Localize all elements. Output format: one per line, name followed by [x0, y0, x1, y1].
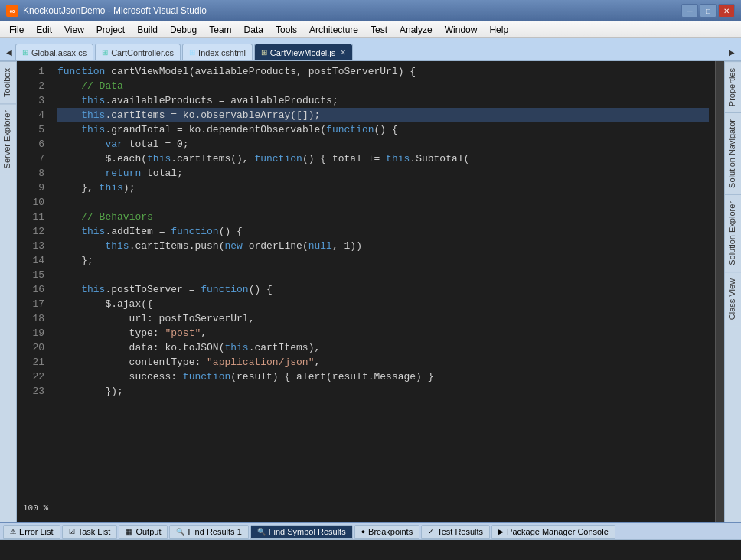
tab-label: CartViewModel.js: [270, 48, 335, 57]
vertical-scrollbar[interactable]: [715, 61, 724, 522]
main-container: ◀⊞Global.asax.cs⊞CartController.cs⊞Index…: [0, 38, 741, 560]
code-line: this.postToServer = function() {: [57, 282, 709, 297]
tab-close-button[interactable]: ✕: [340, 48, 346, 57]
code-line: var total = 0;: [57, 137, 709, 151]
tab-Global-asax-cs[interactable]: ⊞Global.asax.cs: [15, 44, 93, 60]
bottom-tab-label: Error List: [19, 527, 54, 536]
menu-item-project[interactable]: Project: [90, 22, 131, 37]
bottom-panel: ⚠Error List☑Task List▦Output🔍Find Result…: [0, 522, 741, 560]
bottom-tab-find-results-1[interactable]: 🔍Find Results 1: [169, 525, 248, 539]
code-line: return total;: [57, 166, 709, 181]
code-line: [57, 268, 709, 282]
code-content: 1234567891011121314151617181920212223 fu…: [17, 61, 715, 522]
content-area: Toolbox Server Explorer 1234567891011121…: [0, 61, 741, 522]
code-line: }, this);: [57, 181, 709, 195]
right-sidebar: Properties Solution Navigator Solution E…: [724, 61, 741, 522]
menu-bar: FileEditViewProjectBuildDebugTeamDataToo…: [0, 21, 741, 38]
app-icon: ∞: [6, 5, 18, 17]
menu-item-architecture[interactable]: Architecture: [303, 22, 364, 37]
code-editor[interactable]: 1234567891011121314151617181920212223 fu…: [17, 61, 715, 522]
bottom-tab-find-symbol-results[interactable]: 🔍Find Symbol Results: [250, 525, 353, 539]
class-view-panel[interactable]: Class View: [725, 272, 741, 326]
tab-CartViewModel-js[interactable]: ⊞CartViewModel.js✕: [254, 44, 353, 60]
bottom-tab-label: Task List: [78, 527, 111, 536]
window-title: KnockoutJsonDemo - Microsoft Visual Stud…: [23, 5, 681, 16]
code-line: this.availableProducts = availableProduc…: [57, 93, 709, 108]
menu-item-window[interactable]: Window: [439, 22, 484, 37]
code-line: };: [57, 253, 709, 268]
file-icon: ⊞: [189, 48, 195, 57]
tab-label: CartController.cs: [111, 48, 174, 57]
bottom-tab-icon: ▦: [126, 528, 132, 536]
bottom-tab-icon: ✓: [428, 528, 434, 536]
code-line: type: "post",: [57, 326, 709, 340]
window-controls: ─ □ ✕: [681, 4, 735, 18]
menu-item-view[interactable]: View: [58, 22, 90, 37]
bottom-tab-error-list[interactable]: ⚠Error List: [3, 525, 60, 539]
title-bar: ∞ KnockoutJsonDemo - Microsoft Visual St…: [0, 0, 741, 21]
code-line: // Behaviors: [57, 210, 709, 224]
menu-item-data[interactable]: Data: [238, 22, 269, 37]
code-line: this.addItem = function() {: [57, 224, 709, 239]
bottom-tab-breakpoints[interactable]: ●Breakpoints: [354, 525, 420, 539]
left-sidebar: Toolbox Server Explorer: [0, 61, 17, 522]
code-line: function cartViewModel(availableProducts…: [57, 64, 709, 79]
code-line: this.cartItems = ko.observableArray([]);: [57, 108, 709, 122]
bottom-tab-label: Test Results: [437, 527, 483, 536]
bottom-tab-label: Find Results 1: [188, 527, 241, 536]
menu-item-tools[interactable]: Tools: [269, 22, 303, 37]
bottom-tab-task-list[interactable]: ☑Task List: [62, 525, 118, 539]
code-line: $.each(this.cartItems(), function() { to…: [57, 151, 709, 166]
code-line: });: [57, 384, 709, 399]
file-icon: ⊞: [102, 48, 108, 57]
tab-scroll-left[interactable]: ◀: [3, 44, 15, 60]
menu-item-file[interactable]: File: [3, 22, 30, 37]
bottom-tab-package-manager-console[interactable]: ▶Package Manager Console: [491, 525, 615, 539]
tab-Index-cshtml[interactable]: ⊞Index.cshtml: [182, 44, 253, 60]
tab-CartController-cs[interactable]: ⊞CartController.cs: [95, 44, 181, 60]
code-line: [57, 195, 709, 210]
code-line: this.cartItems.push(new orderLine(null, …: [57, 239, 709, 253]
properties-panel[interactable]: Properties: [725, 61, 741, 112]
code-lines[interactable]: function cartViewModel(availableProducts…: [51, 61, 715, 522]
bottom-tab-test-results[interactable]: ✓Test Results: [421, 525, 490, 539]
solution-navigator-panel[interactable]: Solution Navigator: [725, 112, 741, 194]
menu-item-build[interactable]: Build: [131, 22, 164, 37]
bottom-tab-icon: ▶: [498, 528, 504, 536]
code-line: url: postToServerUrl,: [57, 311, 709, 326]
toolbox-panel[interactable]: Toolbox: [0, 61, 16, 103]
bottom-tab-label: Output: [135, 527, 161, 536]
tab-scroll-right[interactable]: ▶: [726, 44, 738, 60]
minimize-button[interactable]: ─: [681, 4, 698, 18]
bottom-tab-icon: ☑: [69, 528, 75, 536]
line-numbers: 1234567891011121314151617181920212223: [17, 61, 51, 522]
bottom-tab-label: Find Symbol Results: [269, 527, 346, 536]
menu-item-help[interactable]: Help: [483, 22, 514, 37]
code-line: contentType: "application/json",: [57, 355, 709, 370]
menu-item-team[interactable]: Team: [203, 22, 237, 37]
zoom-level: 100 %: [20, 503, 51, 513]
code-line: this.grandTotal = ko.dependentObservable…: [57, 122, 709, 137]
maximize-button[interactable]: □: [700, 4, 717, 18]
tab-label: Index.cshtml: [198, 48, 246, 57]
close-button[interactable]: ✕: [718, 4, 735, 18]
menu-item-test[interactable]: Test: [364, 22, 393, 37]
solution-explorer-panel[interactable]: Solution Explorer: [725, 194, 741, 272]
server-explorer-panel[interactable]: Server Explorer: [0, 103, 16, 174]
bottom-tab-icon: 🔍: [257, 528, 266, 536]
bottom-tab-output[interactable]: ▦Output: [119, 525, 168, 539]
menu-item-edit[interactable]: Edit: [30, 22, 58, 37]
code-line: data: ko.toJSON(this.cartItems),: [57, 340, 709, 355]
code-line: success: function(result) { alert(result…: [57, 370, 709, 384]
code-line: $.ajax({: [57, 297, 709, 311]
file-icon: ⊞: [261, 48, 267, 57]
bottom-tab-label: Package Manager Console: [507, 527, 609, 536]
bottom-tabs: ⚠Error List☑Task List▦Output🔍Find Result…: [0, 523, 741, 540]
menu-item-analyze[interactable]: Analyze: [393, 22, 439, 37]
bottom-tab-icon: ●: [361, 528, 365, 536]
file-icon: ⊞: [22, 48, 28, 57]
tabs-area: ◀⊞Global.asax.cs⊞CartController.cs⊞Index…: [0, 38, 741, 61]
menu-item-debug[interactable]: Debug: [164, 22, 203, 37]
bottom-tab-label: Breakpoints: [368, 527, 413, 536]
bottom-tab-icon: 🔍: [176, 528, 184, 536]
